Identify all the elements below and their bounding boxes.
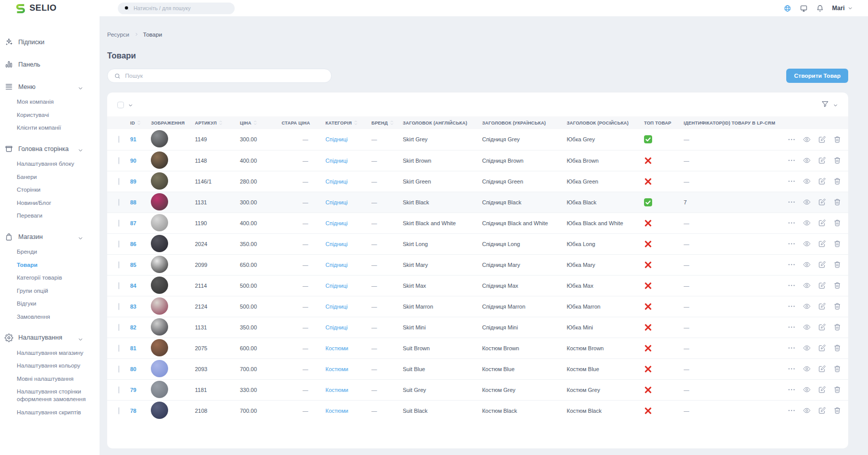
filter-funnel-icon[interactable] (821, 100, 829, 110)
product-category-link[interactable]: Костюми (326, 387, 348, 393)
product-image[interactable] (151, 256, 168, 273)
row-checkbox[interactable] (118, 386, 119, 393)
edit-pencil-icon[interactable] (818, 240, 826, 248)
notifications-bell-icon[interactable] (816, 4, 824, 12)
table-search-input[interactable] (125, 73, 325, 79)
edit-pencil-icon[interactable] (818, 177, 826, 186)
product-id-link[interactable]: 83 (130, 304, 136, 310)
more-actions-icon[interactable] (787, 135, 795, 143)
edit-pencil-icon[interactable] (818, 282, 826, 290)
sidebar-subitem-налаштування-блоку[interactable]: Налаштування блоку (17, 160, 89, 168)
product-image[interactable] (151, 318, 168, 336)
sidebar-subitem-бренди[interactable]: Бренди (17, 248, 89, 256)
product-image[interactable] (151, 193, 168, 210)
row-checkbox[interactable] (118, 282, 119, 289)
sidebar-subitem-користувачі[interactable]: Користувачі (17, 111, 89, 119)
view-eye-icon[interactable] (802, 219, 811, 227)
product-category-link[interactable]: Спідниці (326, 158, 348, 164)
product-image[interactable] (151, 277, 168, 294)
product-id-link[interactable]: 87 (130, 220, 136, 226)
product-image[interactable] (151, 130, 168, 147)
more-actions-icon[interactable] (787, 323, 795, 331)
edit-pencil-icon[interactable] (818, 365, 826, 373)
sidebar-subitem-відгуки[interactable]: Відгуки (17, 300, 89, 308)
logo[interactable]: SELIO (0, 3, 100, 14)
product-id-link[interactable]: 82 (130, 324, 136, 330)
product-id-link[interactable]: 89 (130, 178, 136, 185)
sidebar-subitem-налаштування-скриптів[interactable]: Налаштування скриптів (17, 409, 89, 416)
more-actions-icon[interactable] (787, 407, 795, 415)
delete-trash-icon[interactable] (833, 323, 841, 331)
edit-pencil-icon[interactable] (818, 344, 826, 352)
more-actions-icon[interactable] (787, 365, 795, 373)
delete-trash-icon[interactable] (833, 261, 841, 269)
column-header-7[interactable]: БРЕНД (371, 116, 403, 129)
product-category-link[interactable]: Костюми (326, 345, 348, 351)
bulk-actions-chevron-icon[interactable] (128, 101, 133, 110)
more-actions-icon[interactable] (787, 261, 795, 269)
product-category-link[interactable]: Спідниці (326, 178, 348, 185)
row-checkbox[interactable] (118, 407, 119, 414)
view-eye-icon[interactable] (802, 177, 811, 186)
product-id-link[interactable]: 81 (130, 345, 136, 351)
column-header-1[interactable]: ID (130, 116, 151, 129)
product-image[interactable] (151, 402, 168, 419)
more-actions-icon[interactable] (787, 177, 795, 186)
sidebar-subitem-моя-компанія[interactable]: Моя компанія (17, 98, 89, 106)
product-category-link[interactable]: Спідниці (326, 262, 348, 268)
sidebar-subitem-товари[interactable]: Товари (17, 261, 89, 269)
product-image[interactable] (151, 297, 168, 315)
delete-trash-icon[interactable] (833, 177, 841, 186)
delete-trash-icon[interactable] (833, 198, 841, 206)
view-eye-icon[interactable] (802, 302, 811, 311)
filter-chevron-icon[interactable] (833, 101, 838, 110)
sidebar-item-головна-сторінка[interactable]: Головна сторінка (4, 143, 100, 154)
sidebar-subitem-групи-опцій[interactable]: Групи опцій (17, 287, 89, 295)
delete-trash-icon[interactable] (833, 344, 841, 352)
column-header-6[interactable]: КАТЕГОРІЯ (326, 116, 371, 129)
more-actions-icon[interactable] (787, 344, 795, 352)
edit-pencil-icon[interactable] (818, 407, 826, 415)
delete-trash-icon[interactable] (833, 240, 841, 248)
delete-trash-icon[interactable] (833, 157, 841, 165)
global-search[interactable] (118, 3, 235, 14)
sidebar-item-меню[interactable]: Меню (4, 81, 100, 92)
delete-trash-icon[interactable] (833, 365, 841, 373)
edit-pencil-icon[interactable] (818, 386, 826, 394)
product-category-link[interactable]: Спідниці (326, 304, 348, 310)
row-checkbox[interactable] (118, 178, 119, 185)
row-checkbox[interactable] (118, 345, 119, 352)
edit-pencil-icon[interactable] (818, 261, 826, 269)
delete-trash-icon[interactable] (833, 135, 841, 143)
view-eye-icon[interactable] (802, 198, 811, 206)
view-eye-icon[interactable] (802, 323, 811, 331)
sidebar-subitem-мовні-налаштування[interactable]: Мовні налаштування (17, 375, 89, 383)
view-eye-icon[interactable] (802, 344, 811, 352)
more-actions-icon[interactable] (787, 386, 795, 394)
sidebar-subitem-налаштування-магазину[interactable]: Налаштування магазину (17, 349, 89, 357)
product-id-link[interactable]: 79 (130, 387, 136, 393)
product-image[interactable] (151, 214, 168, 231)
more-actions-icon[interactable] (787, 282, 795, 290)
column-header-4[interactable]: ЦІНА (240, 116, 281, 129)
delete-trash-icon[interactable] (833, 219, 841, 227)
sidebar-subitem-банери[interactable]: Банери (17, 173, 89, 181)
row-checkbox[interactable] (118, 324, 119, 331)
sidebar-subitem-новини-блог[interactable]: Новини/Блог (17, 199, 89, 207)
delete-trash-icon[interactable] (833, 302, 841, 311)
sidebar-subitem-замовлення[interactable]: Замовлення (17, 313, 89, 321)
product-image[interactable] (151, 235, 168, 252)
row-checkbox[interactable] (118, 240, 119, 248)
column-header-3[interactable]: АРТИКУЛ (195, 116, 240, 129)
product-category-link[interactable]: Спідниці (326, 241, 348, 247)
sidebar-subitem-категорії-товарів[interactable]: Категорії товарів (17, 274, 89, 282)
product-image[interactable] (151, 360, 168, 377)
product-image[interactable] (151, 339, 168, 356)
monitor-icon[interactable] (799, 4, 808, 12)
view-eye-icon[interactable] (802, 261, 811, 269)
global-search-input[interactable] (134, 5, 229, 11)
row-checkbox[interactable] (118, 157, 119, 164)
view-eye-icon[interactable] (802, 386, 811, 394)
sidebar-item-магазин[interactable]: Магазин (4, 231, 100, 242)
sidebar-subitem-налаштування-сторінки-оформлення-замовлення[interactable]: Налаштування сторінки оформлення замовле… (17, 388, 89, 403)
